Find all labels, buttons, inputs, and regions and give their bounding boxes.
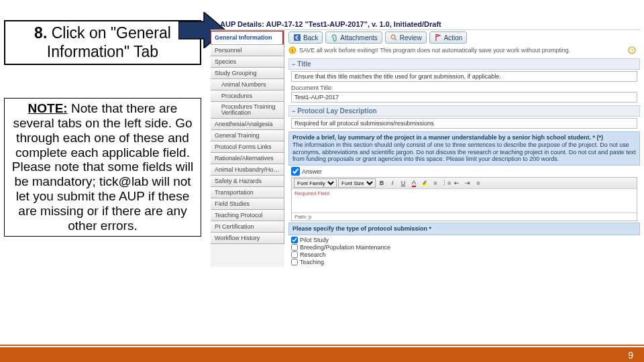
svg-text:i: i xyxy=(292,48,293,54)
ol-button[interactable]: ⋮≡ xyxy=(441,178,451,188)
tab-general-training[interactable]: General Training xyxy=(211,130,284,141)
protocol-section-header[interactable]: Protocol Lay Description xyxy=(288,105,640,117)
footer xyxy=(0,347,644,362)
tab-procedures-training[interactable]: Procedures Training Verification xyxy=(211,102,284,119)
underline-button[interactable]: U xyxy=(398,178,408,188)
info-icon: i xyxy=(288,46,297,54)
note-label: NOTE: xyxy=(28,101,68,115)
review-button[interactable]: Review xyxy=(385,32,427,44)
app-screenshot: AUP Details: AUP-17-12 "Test1-AUP-2017",… xyxy=(211,20,640,335)
back-icon xyxy=(293,34,301,42)
action-button[interactable]: Action xyxy=(429,32,468,44)
rte-toolbar: Font Family Font Size B I U A ≡ ⋮≡ ⇤ ⇥ ≡ xyxy=(292,178,637,189)
protocol-type-checks: Pilot Study Breeding/Population Maintena… xyxy=(291,237,637,265)
tab-procedures[interactable]: Procedures xyxy=(211,90,284,102)
check-research[interactable]: Research xyxy=(291,251,637,258)
tab-general-information[interactable]: General Information xyxy=(211,30,284,45)
specify-type-box: Please specify the type of protocol subm… xyxy=(288,223,640,235)
help-icon: ? xyxy=(628,46,636,54)
note-box: NOTE: Note that there are several tabs o… xyxy=(4,98,201,237)
tab-husbandry[interactable]: Animal Husbandry/Housing xyxy=(211,164,284,176)
italic-button[interactable]: I xyxy=(388,178,397,188)
svg-rect-1 xyxy=(294,34,301,41)
tab-study-grouping[interactable]: Study Grouping xyxy=(211,68,284,79)
ul-button[interactable]: ≡ xyxy=(431,178,440,188)
check-breeding[interactable]: Breeding/Population Maintenance xyxy=(291,244,637,251)
tab-transportation[interactable]: Transportation xyxy=(211,187,284,198)
title-section-header[interactable]: Title xyxy=(288,58,640,70)
footer-line xyxy=(0,345,644,346)
indent-button[interactable]: ⇥ xyxy=(463,178,472,188)
color-button[interactable]: A xyxy=(409,178,419,188)
review-icon xyxy=(390,34,398,42)
font-family-select[interactable]: Font Family xyxy=(294,178,337,188)
page-number: 9 xyxy=(628,350,633,361)
question-body: The information in this section should o… xyxy=(292,141,636,163)
toolbar: Back Attachments Review Action xyxy=(288,32,640,44)
highlight-icon xyxy=(421,180,428,186)
check-pilot[interactable]: Pilot Study xyxy=(291,237,637,243)
tab-anesthesia[interactable]: Anesthesia/Analgesia xyxy=(211,119,284,130)
title-blurb: Ensure that this title matches the title… xyxy=(291,71,637,82)
rte-path: Path: p xyxy=(292,213,637,221)
back-button[interactable]: Back xyxy=(288,32,323,44)
tab-protocol-forms[interactable]: Protocol Forms Links xyxy=(211,141,284,153)
instruction-box: 8. Click on "General Information" Tab xyxy=(4,20,201,65)
attachments-button[interactable]: Attachments xyxy=(325,32,382,44)
question-heading: Provide a brief, lay summary of the proj… xyxy=(292,134,636,141)
document-title-label: Document Title: xyxy=(291,84,637,91)
sidebar: General Information Personnel Species St… xyxy=(211,30,284,267)
flag-icon xyxy=(434,34,442,42)
rich-text-editor[interactable]: Font Family Font Size B I U A ≡ ⋮≡ ⇤ ⇥ ≡… xyxy=(291,177,637,221)
highlight-button[interactable] xyxy=(420,178,429,188)
tab-animal-numbers[interactable]: Animal Numbers xyxy=(211,79,284,90)
bold-button[interactable]: B xyxy=(377,178,386,188)
tab-personnel[interactable]: Personnel xyxy=(211,45,284,56)
eq-button[interactable]: ≡ xyxy=(474,178,483,188)
document-title-input[interactable]: Test1-AUP-2017 xyxy=(291,92,637,103)
tab-species[interactable]: Species xyxy=(211,56,284,68)
tab-pi-cert[interactable]: PI Certification xyxy=(211,221,284,233)
svg-text:?: ? xyxy=(631,48,634,54)
protocol-blurb: Required for all protocol submissions/re… xyxy=(291,118,637,129)
note-body: Note that there are several tabs on the … xyxy=(12,101,193,233)
answer-checkbox[interactable]: Answer xyxy=(291,167,637,176)
rte-body[interactable]: Required Field xyxy=(292,189,637,213)
instruction-step: 8. xyxy=(34,24,47,42)
instruction-text: Click on "General Information" Tab xyxy=(47,24,171,60)
check-teaching[interactable]: Teaching xyxy=(291,259,637,265)
svg-line-3 xyxy=(394,38,396,40)
question-box: Provide a brief, lay summary of the proj… xyxy=(288,131,640,166)
tab-teaching[interactable]: Teaching Protocol xyxy=(211,210,284,221)
tab-safety[interactable]: Safety & Hazards xyxy=(211,176,284,187)
outdent-button[interactable]: ⇤ xyxy=(452,178,462,188)
tab-rationale[interactable]: Rationale/Alternatives xyxy=(211,153,284,164)
main-panel: Back Attachments Review Action i SAVE al… xyxy=(284,30,640,267)
app-title: AUP Details: AUP-17-12 "Test1-AUP-2017",… xyxy=(220,20,640,28)
paperclip-icon xyxy=(330,34,338,42)
tab-workflow[interactable]: Workflow History xyxy=(211,233,284,244)
font-size-select[interactable]: Font Size xyxy=(338,178,376,188)
tab-field-studies[interactable]: Field Studies xyxy=(211,198,284,210)
warning-bar: i SAVE all work before exiting!! This pr… xyxy=(288,46,640,54)
